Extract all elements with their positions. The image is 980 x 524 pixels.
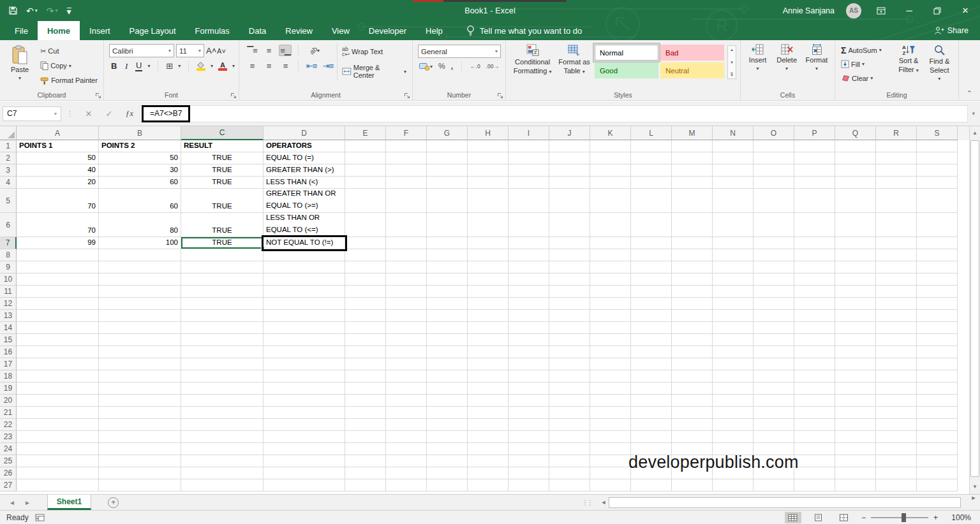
cell-F22[interactable]: [386, 419, 427, 431]
cell-H5[interactable]: [468, 189, 509, 213]
cell-D19[interactable]: [264, 382, 345, 395]
cell-D24[interactable]: [264, 443, 345, 455]
row-header-14[interactable]: 14: [0, 322, 17, 334]
cell-F2[interactable]: [386, 152, 427, 164]
cell-B4[interactable]: 60: [99, 177, 181, 189]
cell-N23[interactable]: [713, 431, 754, 443]
cell-G14[interactable]: [427, 322, 468, 334]
cell-E11[interactable]: [345, 286, 386, 298]
cell-G9[interactable]: [427, 261, 468, 273]
cell-C5[interactable]: TRUE: [181, 189, 264, 213]
cell-H16[interactable]: [468, 346, 509, 358]
paste-button[interactable]: Paste ▾: [8, 44, 32, 90]
cell-P15[interactable]: [794, 334, 835, 346]
cell-K23[interactable]: [590, 431, 631, 443]
cell-S10[interactable]: [917, 273, 958, 286]
font-color-caret-icon[interactable]: ▾: [232, 63, 235, 69]
cell-L5[interactable]: [631, 189, 672, 213]
tab-developer[interactable]: Developer: [359, 21, 416, 40]
cell-F1[interactable]: [386, 140, 427, 152]
cell-B1[interactable]: POINTS 2: [99, 140, 181, 152]
cell-R9[interactable]: [876, 261, 917, 273]
tab-home[interactable]: Home: [38, 21, 80, 40]
cell-Q5[interactable]: [835, 189, 876, 213]
cell-Q21[interactable]: [835, 407, 876, 419]
wrap-text-button[interactable]: abc↩ Wrap Text: [340, 45, 408, 58]
formula-input[interactable]: =A7<>B7: [140, 105, 968, 122]
cell-G16[interactable]: [427, 346, 468, 358]
cell-M19[interactable]: [672, 382, 713, 395]
cell-I7[interactable]: [509, 237, 549, 249]
cell-E8[interactable]: [345, 249, 386, 261]
cell-F14[interactable]: [386, 322, 427, 334]
cell-B27[interactable]: [99, 479, 181, 491]
cell-I19[interactable]: [509, 382, 549, 395]
cell-K2[interactable]: [590, 152, 631, 164]
cell-A17[interactable]: [17, 358, 99, 370]
underline-button[interactable]: U: [135, 61, 142, 71]
cell-D3[interactable]: GREATER THAN (>): [264, 164, 345, 177]
cell-G11[interactable]: [427, 286, 468, 298]
cell-I22[interactable]: [509, 419, 549, 431]
cell-R25[interactable]: [876, 455, 917, 467]
cell-E7[interactable]: [345, 237, 386, 249]
styles-gallery-scroll[interactable]: ▴ ▾ ▾: [727, 45, 736, 79]
cell-J18[interactable]: [549, 370, 590, 382]
cell-N8[interactable]: [713, 249, 754, 261]
cell-K10[interactable]: [590, 273, 631, 286]
cell-I12[interactable]: [509, 298, 549, 310]
cell-E4[interactable]: [345, 177, 386, 189]
cell-C17[interactable]: [181, 358, 264, 370]
vertical-scrollbar[interactable]: ▲ ▼: [969, 126, 980, 494]
cell-I3[interactable]: [509, 164, 549, 177]
cell-H21[interactable]: [468, 407, 509, 419]
cell-N19[interactable]: [713, 382, 754, 395]
cell-F11[interactable]: [386, 286, 427, 298]
cell-C7[interactable]: TRUE: [181, 237, 264, 249]
cell-E20[interactable]: [345, 395, 386, 407]
cell-K27[interactable]: [590, 479, 631, 491]
cell-S6[interactable]: [917, 213, 958, 237]
cell-L15[interactable]: [631, 334, 672, 346]
cell-C26[interactable]: [181, 467, 264, 479]
cell-H26[interactable]: [468, 467, 509, 479]
avatar[interactable]: AS: [846, 3, 861, 18]
cell-I20[interactable]: [509, 395, 549, 407]
cell-S8[interactable]: [917, 249, 958, 261]
align-left-icon[interactable]: ≡: [246, 60, 258, 71]
cell-G7[interactable]: [427, 237, 468, 249]
cell-D26[interactable]: [264, 467, 345, 479]
cell-Q22[interactable]: [835, 419, 876, 431]
row-header-16[interactable]: 16: [0, 346, 17, 358]
cell-H13[interactable]: [468, 310, 509, 322]
cell-C22[interactable]: [181, 419, 264, 431]
cell-I18[interactable]: [509, 370, 549, 382]
cell-M23[interactable]: [672, 431, 713, 443]
alignment-dialog-launcher-icon[interactable]: [404, 92, 410, 99]
cell-J4[interactable]: [549, 177, 590, 189]
gallery-more-icon[interactable]: ▾: [731, 73, 733, 77]
cell-style-good[interactable]: Good: [595, 62, 658, 78]
cell-J11[interactable]: [549, 286, 590, 298]
gallery-down-icon[interactable]: ▾: [731, 60, 733, 65]
column-header-R[interactable]: R: [876, 126, 917, 140]
align-bottom-icon[interactable]: ≡▁: [279, 45, 292, 56]
row-header-22[interactable]: 22: [0, 419, 17, 431]
cell-C19[interactable]: [181, 382, 264, 395]
close-button[interactable]: ✕: [957, 6, 974, 15]
cell-K25[interactable]: [590, 455, 631, 467]
cell-M1[interactable]: [672, 140, 713, 152]
cell-R3[interactable]: [876, 164, 917, 177]
cell-N5[interactable]: [713, 189, 754, 213]
cell-Q9[interactable]: [835, 261, 876, 273]
borders-icon[interactable]: ⊞: [166, 61, 173, 71]
comma-style-button[interactable]: ,: [451, 62, 453, 71]
row-header-3[interactable]: 3: [0, 164, 17, 177]
cell-J21[interactable]: [549, 407, 590, 419]
cell-I6[interactable]: [509, 213, 549, 237]
enter-icon[interactable]: ✓: [99, 109, 119, 119]
cell-R21[interactable]: [876, 407, 917, 419]
cell-S3[interactable]: [917, 164, 958, 177]
font-color-button[interactable]: A: [218, 62, 227, 71]
cell-Q20[interactable]: [835, 395, 876, 407]
